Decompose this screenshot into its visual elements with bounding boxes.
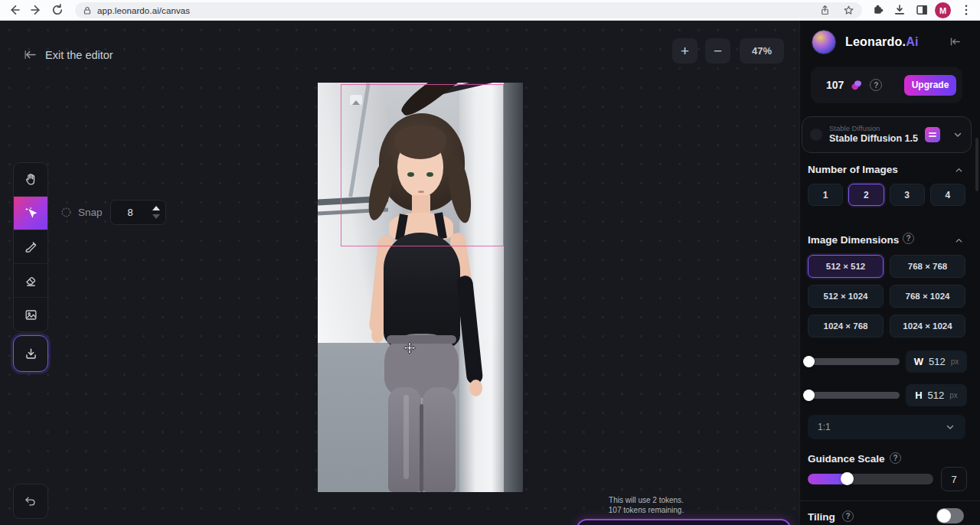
brand-name: Leonardo.Ai <box>845 35 919 49</box>
height-value-box[interactable]: H 512 px <box>906 384 967 406</box>
download-tool[interactable] <box>13 335 48 372</box>
hand-icon <box>24 172 38 187</box>
selection-image-icon <box>350 95 362 105</box>
dimension-option-1024x768[interactable]: 1024 × 768 <box>808 315 884 338</box>
width-label: W <box>914 356 923 367</box>
art-leg-right <box>423 387 456 492</box>
tiling-title: Tiling <box>808 511 835 523</box>
height-slider[interactable] <box>808 392 900 399</box>
guidance-scale-value: 7 <box>941 467 967 491</box>
divider <box>800 501 980 501</box>
guidance-scale-number: 7 <box>951 474 956 485</box>
dimension-option-768x768[interactable]: 768 × 768 <box>890 255 965 278</box>
cursor-sparkle-icon <box>24 206 38 220</box>
browser-profile-avatar[interactable]: M <box>935 2 951 18</box>
width-unit: px <box>951 357 959 366</box>
exit-editor-label: Exit the editor <box>45 49 113 61</box>
guidance-scale-title: Guidance Scale <box>808 453 885 465</box>
height-slider-thumb[interactable] <box>803 390 815 401</box>
tokens-help-icon[interactable]: ? <box>870 79 882 91</box>
num-images-option-1[interactable]: 1 <box>808 184 843 206</box>
move-cursor-icon <box>403 341 416 358</box>
eraser-icon <box>24 273 38 288</box>
browser-menu-icon[interactable] <box>959 3 973 20</box>
guidance-scale-help-icon[interactable]: ? <box>890 452 901 464</box>
guidance-scale-slider[interactable] <box>808 474 933 484</box>
tiling-help-icon[interactable]: ? <box>842 510 854 522</box>
model-select-label: Stable Diffusion <box>829 124 918 133</box>
select-tool[interactable] <box>14 197 47 230</box>
token-count: 107 <box>826 79 844 91</box>
model-select[interactable]: Stable Diffusion Stable Diffusion 1.5 <box>802 116 972 153</box>
side-panel-icon[interactable] <box>915 3 929 20</box>
snap-label: Snap <box>78 207 103 218</box>
generate-button[interactable] <box>577 519 791 525</box>
snap-stepper[interactable]: 8 <box>110 200 166 225</box>
downloads-icon[interactable] <box>893 3 906 20</box>
avatar[interactable] <box>812 30 836 54</box>
collapse-sidebar-icon[interactable] <box>949 35 962 51</box>
num-images-option-3[interactable]: 3 <box>890 184 925 206</box>
reload-icon[interactable] <box>51 3 64 20</box>
aspect-ratio-select[interactable]: 1:1 <box>808 415 965 439</box>
num-images-option-4[interactable]: 4 <box>930 184 965 206</box>
art-wall-edge <box>504 83 523 492</box>
width-value: 512 <box>929 356 946 367</box>
snap-decrease-icon[interactable] <box>152 214 160 219</box>
zoom-level[interactable]: 47% <box>740 38 784 64</box>
zoom-out-button[interactable]: − <box>705 38 730 64</box>
exit-editor-button[interactable]: Exit the editor <box>23 47 113 62</box>
width-slider-thumb[interactable] <box>803 356 815 367</box>
share-icon[interactable] <box>819 5 831 16</box>
profile-initial: M <box>939 6 946 15</box>
model-card-icon <box>925 127 940 142</box>
brand-primary: Leonardo. <box>845 35 906 48</box>
token-bar: 107 ? Upgrade <box>811 67 962 103</box>
aspect-ratio-value: 1:1 <box>818 422 831 432</box>
guidance-scale-thumb[interactable] <box>841 472 854 485</box>
back-icon[interactable] <box>8 3 21 20</box>
num-images-option-2[interactable]: 2 <box>848 184 884 206</box>
undo-button[interactable] <box>13 484 48 519</box>
number-of-images-collapse-icon[interactable] <box>954 165 964 175</box>
image-icon <box>24 308 38 322</box>
hand-tool[interactable] <box>14 163 47 197</box>
dimension-option-512x1024[interactable]: 512 × 1024 <box>808 285 884 308</box>
eraser-tool[interactable] <box>14 264 47 298</box>
exit-arrow-icon <box>23 47 38 62</box>
snap-toggle-icon[interactable] <box>60 207 72 218</box>
dimension-option-1024x1024[interactable]: 1024 × 1024 <box>890 315 965 338</box>
snap-value: 8 <box>111 207 150 218</box>
upgrade-button[interactable]: Upgrade <box>904 75 956 96</box>
selection-box[interactable] <box>341 84 504 246</box>
zoom-level-value: 47% <box>752 45 772 57</box>
width-value-box[interactable]: W 512 px <box>906 351 967 373</box>
width-slider[interactable] <box>808 358 900 365</box>
zoom-in-label: + <box>681 43 689 60</box>
height-unit: px <box>949 391 958 399</box>
bookmark-star-icon[interactable] <box>843 5 854 16</box>
zoom-in-button[interactable]: + <box>672 38 697 64</box>
dimension-option-512x512[interactable]: 512 × 512 <box>808 255 884 278</box>
url-text: app.leonardo.ai/canvas <box>97 6 190 15</box>
height-label: H <box>915 390 922 401</box>
snap-increase-icon[interactable] <box>152 206 160 210</box>
height-value: 512 <box>928 390 945 401</box>
image-tool[interactable] <box>14 298 47 331</box>
generation-sidebar: Leonardo.Ai 107 ? Upgrade Stable Diffusi… <box>799 21 980 525</box>
extensions-puzzle-icon[interactable] <box>871 4 884 20</box>
image-dimensions-help-icon[interactable]: ? <box>903 233 914 244</box>
model-chevron-down-icon <box>952 129 963 140</box>
art-waistband <box>387 335 456 344</box>
tiling-toggle[interactable] <box>936 508 964 523</box>
dimension-option-768x1024[interactable]: 768 × 1024 <box>890 285 965 308</box>
art-leg-highlight <box>403 395 409 479</box>
url-bar[interactable]: app.leonardo.ai/canvas <box>75 2 862 18</box>
image-dimensions-collapse-icon[interactable] <box>954 236 964 246</box>
sidebar-scrollbar[interactable] <box>975 138 978 191</box>
sketch-tool[interactable] <box>14 230 47 264</box>
usage-line-2: 107 tokens remaining. <box>570 506 723 516</box>
tiling-toggle-knob <box>937 509 951 523</box>
forward-icon[interactable] <box>29 3 43 20</box>
number-of-images-title: Number of Images <box>808 164 898 175</box>
